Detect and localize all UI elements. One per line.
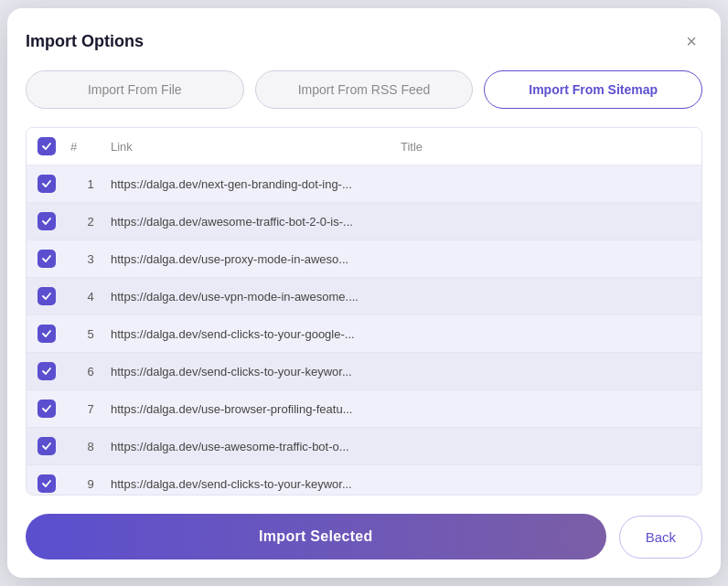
table-row: 7 https://dalga.dev/use-browser-profilin…: [27, 390, 701, 428]
table-row: 5 https://dalga.dev/send-clicks-to-your-…: [27, 315, 701, 353]
close-button[interactable]: ×: [680, 30, 702, 52]
table-row: 3 https://dalga.dev/use-proxy-mode-in-aw…: [27, 240, 701, 278]
table-row: 4 https://dalga.dev/use-vpn-mode-in-awes…: [27, 278, 701, 315]
row-checkbox-3[interactable]: [37, 250, 70, 268]
tab-import-from-sitemap[interactable]: Import From Sitemap: [484, 70, 702, 109]
import-selected-button[interactable]: Import Selected: [26, 514, 606, 559]
row-link-9: https://dalga.dev/send-clicks-to-your-ke…: [111, 477, 401, 491]
th-num: #: [70, 140, 111, 154]
row-checkbox-8[interactable]: [37, 437, 70, 455]
row-link-3: https://dalga.dev/use-proxy-mode-in-awes…: [111, 252, 401, 266]
back-button[interactable]: Back: [619, 516, 702, 559]
row-link-5: https://dalga.dev/send-clicks-to-your-go…: [111, 327, 401, 341]
row-checkbox-7[interactable]: [37, 400, 70, 418]
table-body: 1 https://dalga.dev/next-gen-branding-do…: [27, 165, 701, 495]
row-checkbox-9[interactable]: [37, 474, 70, 493]
row-checkbox-5[interactable]: [37, 325, 70, 343]
row-checkbox-4[interactable]: [37, 287, 70, 305]
import-table: # Link Title 1 https://dalga.dev/next-ge…: [26, 127, 702, 495]
row-num-5: 5: [70, 327, 111, 341]
import-options-modal: Import Options × Import From File Import…: [7, 8, 721, 578]
row-link-4: https://dalga.dev/use-vpn-mode-in-awesom…: [111, 290, 401, 304]
tab-import-from-file[interactable]: Import From File: [26, 70, 244, 109]
row-num-9: 9: [70, 477, 111, 491]
row-link-1: https://dalga.dev/next-gen-branding-dot-…: [111, 177, 401, 191]
row-num-3: 3: [70, 252, 111, 266]
row-num-8: 8: [70, 440, 111, 453]
tab-import-from-feed[interactable]: Import From RSS Feed: [255, 70, 474, 109]
row-num-7: 7: [70, 402, 111, 416]
modal-header: Import Options ×: [26, 30, 702, 52]
row-checkbox-2[interactable]: [37, 212, 70, 230]
table-row: 6 https://dalga.dev/send-clicks-to-your-…: [27, 353, 701, 390]
row-num-6: 6: [70, 365, 111, 378]
tab-row: Import From File Import From RSS Feed Im…: [26, 70, 702, 109]
select-all-checkbox[interactable]: [37, 137, 56, 155]
modal-title: Import Options: [26, 32, 144, 51]
row-checkbox-1[interactable]: [37, 175, 70, 193]
row-link-6: https://dalga.dev/send-clicks-to-your-ke…: [111, 365, 401, 378]
th-title: Title: [401, 140, 691, 154]
table-row: 1 https://dalga.dev/next-gen-branding-do…: [27, 165, 701, 203]
row-link-8: https://dalga.dev/use-awesome-traffic-bo…: [111, 440, 401, 453]
row-checkbox-6[interactable]: [37, 362, 70, 380]
table-row: 9 https://dalga.dev/send-clicks-to-your-…: [27, 465, 701, 495]
table-header: # Link Title: [27, 128, 701, 165]
th-check: [37, 137, 70, 155]
table-row: 2 https://dalga.dev/awesome-traffic-bot-…: [27, 203, 701, 240]
row-num-2: 2: [70, 215, 111, 229]
row-num-1: 1: [70, 177, 111, 191]
footer-row: Import Selected Back: [26, 514, 702, 559]
row-link-7: https://dalga.dev/use-browser-profiling-…: [111, 402, 401, 416]
row-link-2: https://dalga.dev/awesome-traffic-bot-2-…: [111, 215, 401, 229]
table-row: 8 https://dalga.dev/use-awesome-traffic-…: [27, 428, 701, 465]
th-link: Link: [111, 140, 401, 154]
row-num-4: 4: [70, 290, 111, 304]
